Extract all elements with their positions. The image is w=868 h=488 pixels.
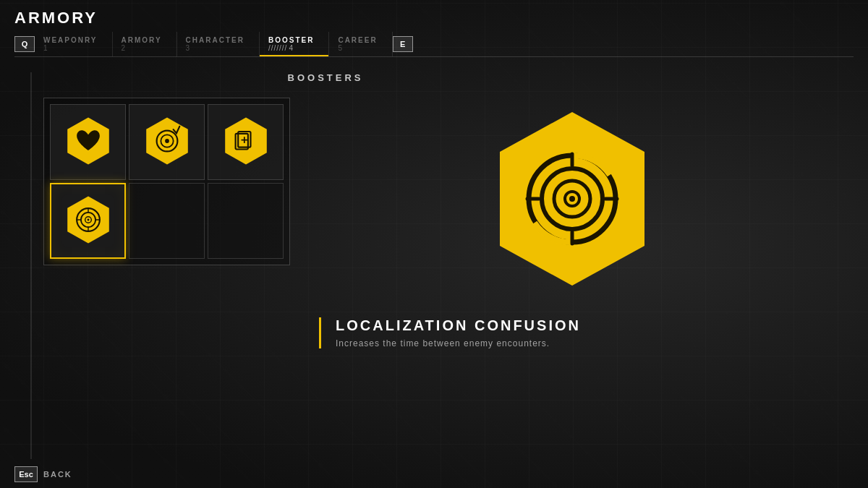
tab-weaponry[interactable]: WEAPONRY 1 xyxy=(35,32,113,56)
tab-armory-number: 2 xyxy=(122,44,127,52)
svg-point-14 xyxy=(87,218,89,221)
preview-panel: LOCALIZATION CONFUSION Increases the tim… xyxy=(319,98,825,348)
tab-booster-number: /////// 4 xyxy=(268,44,294,52)
preview-info: LOCALIZATION CONFUSION Increases the tim… xyxy=(319,317,581,348)
tab-weaponry-label: WEAPONRY xyxy=(43,36,98,44)
tab-career-number: 5 xyxy=(338,44,343,52)
booster-empty-1[interactable] xyxy=(129,183,205,259)
nav-key-right[interactable]: E xyxy=(393,36,413,52)
preview-name: LOCALIZATION CONFUSION xyxy=(336,317,581,334)
page-title: ARMORY xyxy=(14,9,854,27)
boosters-row-1 xyxy=(50,104,284,180)
hex-radar-icon xyxy=(62,194,114,249)
boosters-layout: LOCALIZATION CONFUSION Increases the tim… xyxy=(43,98,825,348)
tab-career-label: CAREER xyxy=(338,36,377,44)
svg-point-4 xyxy=(165,139,169,143)
tab-armory[interactable]: ARMORY 2 xyxy=(113,32,177,56)
tab-character[interactable]: CHARACTER 3 xyxy=(177,32,260,56)
tab-career[interactable]: CAREER 5 xyxy=(329,32,392,56)
footer-key-esc[interactable]: Esc xyxy=(14,466,38,482)
nav-tabs: Q WEAPONRY 1 ARMORY 2 CHARACTER 3 BOOSTE… xyxy=(14,32,854,57)
booster-empty-2[interactable] xyxy=(208,183,284,259)
header: ARMORY Q WEAPONRY 1 ARMORY 2 CHARACTER 3 xyxy=(0,0,868,57)
tab-character-label: CHARACTER xyxy=(186,36,244,44)
hex-heart-icon xyxy=(62,115,114,170)
main-content: BOOSTERS xyxy=(0,65,868,459)
booster-health[interactable] xyxy=(50,104,126,180)
booster-mission[interactable] xyxy=(208,104,284,180)
boosters-grid xyxy=(43,98,290,265)
hex-mission-icon xyxy=(220,115,272,170)
booster-localization[interactable] xyxy=(50,183,126,259)
footer: Esc BACK xyxy=(0,461,868,488)
boosters-row-2 xyxy=(50,183,284,259)
footer-back-label: BACK xyxy=(43,470,72,479)
ui-container: ARMORY Q WEAPONRY 1 ARMORY 2 CHARACTER 3 xyxy=(0,0,868,488)
tab-booster[interactable]: BOOSTER /////// 4 xyxy=(260,32,329,56)
nav-key-left[interactable]: Q xyxy=(14,36,35,52)
section-title: BOOSTERS xyxy=(288,72,364,83)
tab-weaponry-number: 1 xyxy=(43,44,48,52)
svg-marker-5 xyxy=(225,117,267,164)
tab-character-number: 3 xyxy=(186,44,191,52)
preview-description: Increases the time between enemy encount… xyxy=(336,338,581,348)
hex-target-icon xyxy=(141,115,193,170)
booster-target[interactable] xyxy=(129,104,205,180)
preview-hex xyxy=(478,105,666,296)
tab-armory-label: ARMORY xyxy=(122,36,162,44)
svg-point-24 xyxy=(569,196,575,202)
tab-booster-label: BOOSTER xyxy=(268,36,314,44)
